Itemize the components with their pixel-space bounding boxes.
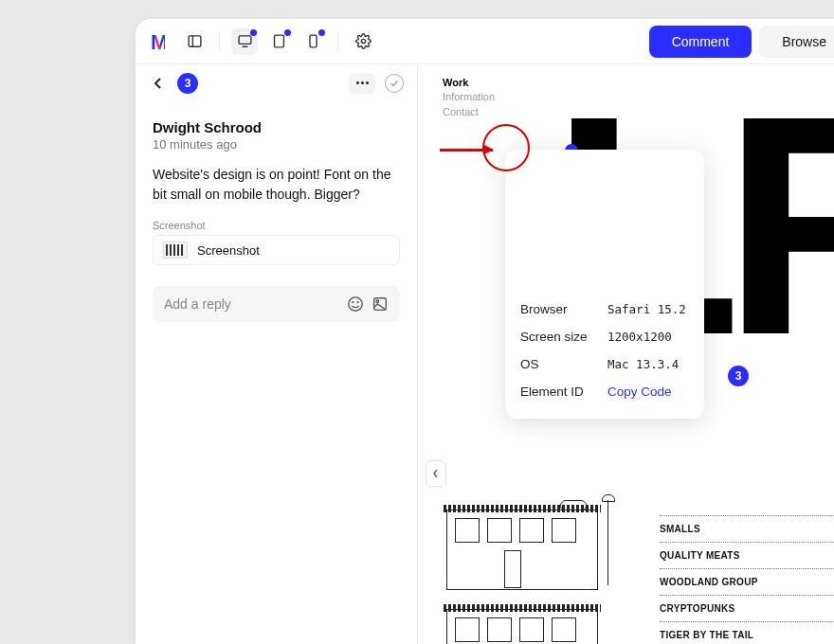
illustration-house-1 bbox=[446, 510, 598, 590]
resolve-icon[interactable] bbox=[385, 74, 404, 93]
popover-row-os: OS Mac 13.3.4 bbox=[520, 350, 689, 378]
list-item[interactable]: SMALLS bbox=[660, 515, 834, 542]
list-item[interactable]: TIGER BY THE TAIL bbox=[660, 621, 834, 644]
screenshot-attachment[interactable]: Screenshot bbox=[153, 235, 400, 265]
popover-key: OS bbox=[520, 357, 607, 371]
popover-value: Mac 13.3.4 bbox=[607, 357, 679, 371]
comment-marker-3[interactable]: 3 bbox=[728, 366, 749, 386]
list-item[interactable]: WOODLAND GROUP bbox=[660, 568, 834, 595]
svg-rect-2 bbox=[239, 36, 251, 45]
svg-point-7 bbox=[349, 297, 362, 311]
divider bbox=[337, 31, 338, 52]
popover-key: Browser bbox=[520, 302, 607, 316]
screenshot-name: Screenshot bbox=[197, 243, 260, 258]
device-desktop-icon[interactable] bbox=[231, 28, 258, 55]
site-nav-information[interactable]: Information bbox=[443, 90, 495, 104]
svg-point-6 bbox=[361, 39, 365, 43]
comment-author: Dwight Schrood bbox=[153, 119, 400, 135]
main-split: 3 Dwight Schrood 10 minutes ago Website'… bbox=[136, 64, 834, 644]
illustration-house-2 bbox=[446, 609, 598, 644]
device-mobile-icon[interactable] bbox=[299, 28, 326, 55]
site-nav: Work Information Contact bbox=[443, 76, 495, 119]
app-logo: M bbox=[151, 30, 173, 53]
sidebar-toggle-icon[interactable] bbox=[181, 28, 208, 55]
comment-button[interactable]: Comment bbox=[649, 26, 752, 58]
app-window: M Comment Browse bbox=[136, 19, 834, 644]
screenshot-label: Screenshot bbox=[153, 220, 400, 231]
site-nav-contact[interactable]: Contact bbox=[443, 105, 495, 119]
copy-code-link[interactable]: Copy Code bbox=[607, 385, 672, 399]
comment-thread-panel: 3 Dwight Schrood 10 minutes ago Website'… bbox=[136, 64, 418, 644]
browse-button[interactable]: Browse bbox=[759, 26, 834, 58]
popover-key: Element ID bbox=[520, 385, 607, 399]
thread-header: 3 bbox=[136, 64, 417, 102]
svg-point-8 bbox=[353, 302, 354, 303]
illustration-lamp bbox=[607, 500, 608, 585]
comment-body: Website's design is on point! Font on th… bbox=[153, 165, 400, 205]
screenshot-thumbnail bbox=[163, 242, 188, 259]
comment: Dwight Schrood 10 minutes ago Website's … bbox=[136, 102, 417, 273]
topbar: M Comment Browse bbox=[136, 19, 834, 64]
popover-value: 1200x1200 bbox=[607, 330, 672, 344]
attach-icon[interactable] bbox=[372, 295, 389, 313]
popover-value: Safari 15.2 bbox=[607, 302, 686, 316]
svg-point-11 bbox=[376, 300, 379, 303]
svg-rect-0 bbox=[189, 36, 201, 46]
reply-input[interactable]: Add a reply bbox=[153, 286, 400, 322]
device-tablet-icon[interactable] bbox=[265, 28, 292, 55]
project-list: SMALLS QUALITY MEATS WOODLAND GROUP CRYP… bbox=[660, 515, 834, 644]
popover-row-screen: Screen size 1200x1200 bbox=[520, 323, 689, 350]
comment-details-popover: Browser Safari 15.2 Screen size 1200x120… bbox=[505, 150, 704, 419]
popover-row-browser: Browser Safari 15.2 bbox=[520, 295, 689, 323]
settings-icon[interactable] bbox=[350, 28, 376, 55]
popover-row-element: Element ID Copy Code bbox=[520, 378, 689, 405]
emoji-icon[interactable] bbox=[347, 295, 364, 313]
divider bbox=[219, 31, 220, 52]
back-button[interactable] bbox=[149, 74, 168, 93]
reply-placeholder: Add a reply bbox=[164, 296, 339, 312]
more-options-button[interactable] bbox=[349, 73, 375, 94]
svg-rect-4 bbox=[274, 35, 283, 47]
comment-count-badge: 3 bbox=[177, 73, 198, 94]
svg-rect-5 bbox=[309, 35, 316, 47]
notification-dot bbox=[284, 29, 291, 36]
list-item[interactable]: QUALITY MEATS bbox=[660, 542, 834, 568]
svg-point-9 bbox=[357, 302, 358, 303]
collapse-panel-button[interactable] bbox=[426, 460, 446, 487]
notification-dot bbox=[250, 29, 257, 36]
comment-timestamp: 10 minutes ago bbox=[153, 137, 400, 152]
list-item[interactable]: CRYPTOPUNKS bbox=[660, 595, 834, 621]
notification-dot bbox=[318, 29, 325, 36]
popover-key: Screen size bbox=[520, 330, 607, 344]
site-nav-work[interactable]: Work bbox=[443, 76, 495, 90]
